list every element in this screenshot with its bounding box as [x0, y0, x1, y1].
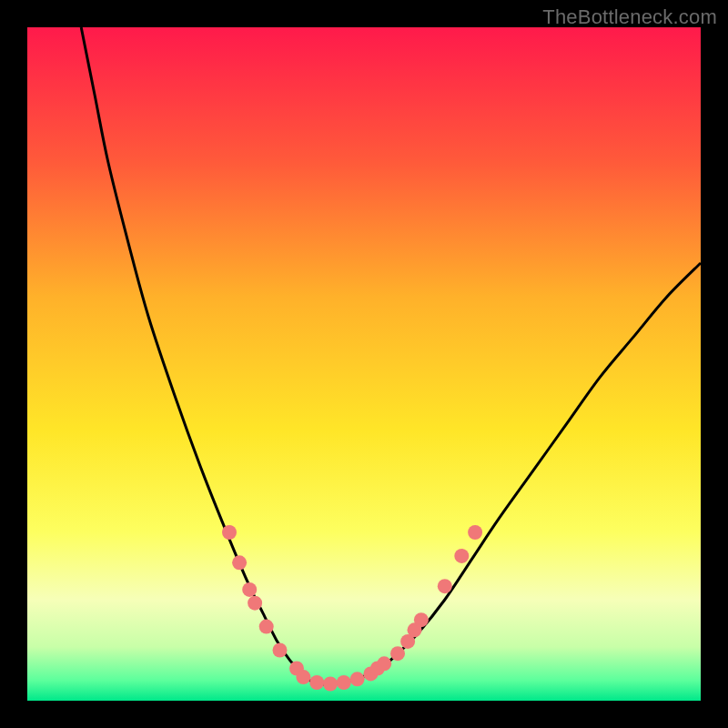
benchmark-dot: [323, 677, 338, 692]
benchmark-dot: [377, 656, 391, 671]
benchmark-dot: [273, 643, 288, 658]
benchmark-dot: [454, 549, 469, 563]
chart-background: [27, 27, 701, 701]
benchmark-dot: [259, 620, 274, 634]
benchmark-dot: [468, 525, 482, 540]
benchmark-dot: [390, 646, 405, 661]
benchmark-dot: [248, 596, 262, 611]
watermark-text: TheBottleneck.com: [542, 5, 717, 29]
benchmark-dot: [296, 670, 310, 684]
benchmark-dot: [242, 582, 257, 597]
benchmark-dot: [438, 579, 452, 593]
benchmark-dot: [222, 525, 237, 540]
benchmark-dot: [414, 612, 429, 627]
benchmark-dot: [232, 555, 247, 570]
benchmark-dot: [337, 675, 351, 690]
benchmark-dot: [309, 675, 324, 690]
bottleneck-chart: [27, 27, 701, 701]
benchmark-dot: [350, 672, 365, 686]
